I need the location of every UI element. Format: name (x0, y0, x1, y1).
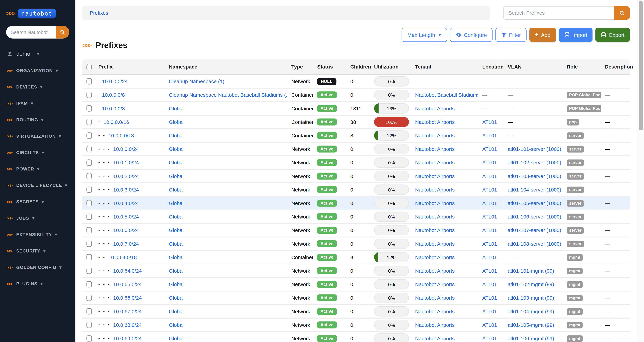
row-checkbox[interactable] (86, 132, 92, 139)
location-link[interactable]: ATL01 (482, 160, 497, 166)
location-link[interactable]: ATL01 (482, 214, 497, 220)
tenant-link[interactable]: Nautobot Airports (415, 173, 455, 179)
breadcrumb-link-prefixes[interactable]: Prefixes (90, 10, 108, 16)
tenant-link[interactable]: Nautobot Airports (415, 200, 455, 206)
prefix-link[interactable]: 10.0.67.0/24 (113, 308, 142, 314)
row-checkbox[interactable] (86, 105, 92, 112)
tenant-link[interactable]: Nautobot Airports (415, 241, 455, 247)
location-link[interactable]: ATL01 (482, 335, 497, 341)
tenant-link[interactable]: Nautobot Airports (415, 133, 455, 138)
vlan-link[interactable]: atl01-103-mgmt (99) (508, 295, 554, 301)
prefix-link[interactable]: 10.0.6.0/24 (113, 227, 139, 233)
tenant-link[interactable]: Nautobot Airports (415, 106, 455, 111)
row-checkbox[interactable] (86, 160, 92, 166)
search-input[interactable] (503, 6, 614, 20)
namespace-link[interactable]: Global (169, 187, 184, 193)
tenant-link[interactable]: Nautobot Airports (415, 187, 455, 193)
sidebar-item-virtualization[interactable]: >>> VIRTUALIZATION ▼ (0, 128, 76, 144)
namespace-link[interactable]: Global (169, 281, 184, 287)
location-link[interactable]: ATL01 (482, 133, 497, 138)
namespace-link[interactable]: Global (169, 119, 184, 125)
vlan-link[interactable]: atl01-108-server (1000) (508, 241, 561, 247)
namespace-link[interactable]: Global (169, 322, 184, 328)
sidebar-search-input[interactable] (6, 26, 56, 39)
prefix-link[interactable]: 10.0.64.0/24 (113, 268, 142, 274)
filter-button[interactable]: Filter (496, 28, 526, 42)
tenant-link[interactable]: Nautobot Airports (415, 281, 455, 287)
row-checkbox[interactable] (86, 308, 92, 314)
sidebar-item-device-lifecycle[interactable]: >>> DEVICE LIFECYCLE ▼ (0, 177, 76, 194)
search-button[interactable] (614, 6, 630, 20)
vlan-link[interactable]: atl01-105-server (1000) (508, 200, 561, 206)
vlan-link[interactable]: atl01-103-server (1000) (508, 173, 561, 179)
row-checkbox[interactable] (86, 295, 92, 301)
row-checkbox[interactable] (86, 214, 92, 220)
row-checkbox[interactable] (86, 146, 92, 152)
sidebar-item-secrets[interactable]: >>> SECRETS ▼ (0, 194, 76, 210)
location-link[interactable]: ATL01 (482, 322, 497, 328)
prefix-link[interactable]: 10.0.1.0/24 (113, 160, 139, 166)
sidebar-item-golden-config[interactable]: >>> GOLDEN CONFIG ▼ (0, 259, 76, 275)
location-link[interactable]: ATL01 (482, 268, 497, 274)
row-checkbox[interactable] (86, 200, 92, 206)
namespace-link[interactable]: Global (169, 295, 184, 301)
prefix-link[interactable]: 10.0.3.0/24 (113, 187, 139, 193)
sidebar-item-devices[interactable]: >>> DEVICES ▼ (0, 79, 76, 95)
location-link[interactable]: ATL01 (482, 241, 497, 247)
namespace-link[interactable]: Global (169, 200, 184, 206)
namespace-link[interactable]: Global (169, 254, 184, 260)
row-checkbox[interactable] (86, 322, 92, 328)
namespace-link[interactable]: Global (169, 214, 184, 220)
vlan-link[interactable]: atl01-107-server (1000) (508, 227, 561, 233)
row-checkbox[interactable] (86, 241, 92, 247)
prefix-link[interactable]: 10.0.2.0/24 (113, 173, 139, 179)
prefix-link[interactable]: 10.0.66.0/24 (113, 295, 142, 301)
vlan-link[interactable]: atl01-106-mgmt (99) (508, 335, 554, 341)
row-checkbox[interactable] (86, 78, 92, 85)
namespace-link[interactable]: Global (169, 173, 184, 179)
namespace-link[interactable]: Global (169, 106, 184, 111)
row-checkbox[interactable] (86, 335, 92, 341)
row-checkbox[interactable] (86, 227, 92, 233)
vlan-link[interactable]: atl01-106-server (1000) (508, 214, 561, 220)
sidebar-item-plugins[interactable]: >>> PLUGINS ▼ (0, 275, 76, 292)
prefix-link[interactable]: 10.0.0.0/8 (102, 92, 125, 98)
prefix-link[interactable]: 10.0.0.0/24 (113, 146, 139, 152)
user-menu[interactable]: demo ▼ (0, 39, 76, 57)
vlan-link[interactable]: atl01-101-server (1000) (508, 146, 561, 152)
namespace-link[interactable]: Global (169, 160, 184, 166)
row-checkbox[interactable] (86, 281, 92, 287)
prefix-link[interactable]: 10.0.0.0/24 (102, 79, 128, 84)
prefix-link[interactable]: 10.0.69.0/24 (113, 335, 142, 341)
sidebar-item-routing[interactable]: >>> ROUTING ▼ (0, 112, 76, 128)
sidebar-item-extensibility[interactable]: >>> EXTENSIBILITY ▼ (0, 226, 76, 243)
location-link[interactable]: ATL01 (482, 254, 497, 260)
sidebar-item-jobs[interactable]: >>> JOBS ▼ (0, 210, 76, 226)
sidebar-item-power[interactable]: >>> POWER ▼ (0, 161, 76, 177)
location-link[interactable]: ATL01 (482, 119, 497, 125)
tenant-link[interactable]: Nautobot Airports (415, 214, 455, 220)
select-all-checkbox[interactable] (86, 64, 92, 70)
row-checkbox[interactable] (86, 187, 92, 193)
sidebar-item-ipam[interactable]: >>> IPAM ▼ (0, 95, 76, 112)
namespace-link[interactable]: Global (169, 146, 184, 152)
prefix-link[interactable]: 10.0.5.0/24 (113, 214, 139, 220)
location-link[interactable]: ATL01 (482, 146, 497, 152)
location-link[interactable]: ATL01 (482, 200, 497, 206)
prefix-link[interactable]: 10.0.0.0/16 (104, 119, 129, 125)
tenant-link[interactable]: Nautobot Airports (415, 268, 455, 274)
tenant-link[interactable]: Nautobot Baseball Stadiums (415, 92, 478, 98)
max-length-button[interactable]: Max Length ▼ (402, 28, 447, 42)
location-link[interactable]: ATL01 (482, 295, 497, 301)
tenant-link[interactable]: Nautobot Airports (415, 227, 455, 233)
location-link[interactable]: ATL01 (482, 281, 497, 287)
vlan-link[interactable]: atl01-104-mgmt (99) (508, 308, 554, 314)
configure-button[interactable]: Configure (450, 28, 493, 42)
export-button[interactable]: Export (596, 28, 630, 42)
sidebar-item-circuits[interactable]: >>> CIRCUITS ▼ (0, 144, 76, 161)
namespace-link[interactable]: Cleanup Namespace Nautobot Baseball Stad… (169, 92, 287, 98)
row-checkbox[interactable] (86, 268, 92, 274)
tenant-link[interactable]: Nautobot Airports (415, 160, 455, 166)
tenant-link[interactable]: Nautobot Airports (415, 146, 455, 152)
location-link[interactable]: ATL01 (482, 308, 497, 314)
